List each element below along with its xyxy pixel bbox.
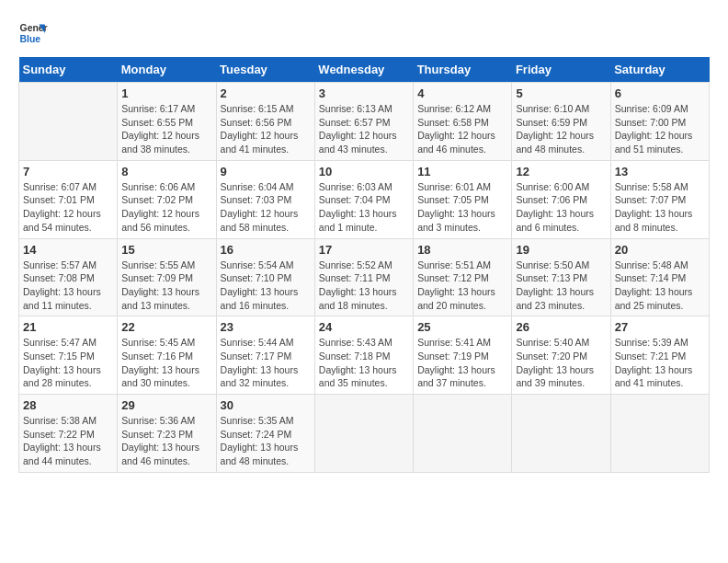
day-detail: Sunrise: 6:15 AMSunset: 6:56 PMDaylight:… [221,102,311,156]
day-number: 30 [221,398,311,412]
day-detail: Sunrise: 5:44 AMSunset: 7:17 PMDaylight:… [221,336,311,390]
day-number: 26 [516,320,606,334]
day-number: 1 [121,86,211,100]
day-number: 12 [516,165,606,178]
day-number: 5 [516,86,606,100]
calendar-day-cell: 13Sunrise: 5:58 AMSunset: 7:07 PMDayligh… [610,160,709,238]
day-number: 17 [319,243,409,257]
calendar-day-cell: 28Sunrise: 5:38 AMSunset: 7:22 PMDayligh… [19,395,118,473]
day-detail: Sunrise: 5:52 AMSunset: 7:11 PMDaylight:… [319,259,409,313]
calendar-table: SundayMondayTuesdayWednesdayThursdayFrid… [18,57,710,473]
calendar-day-cell: 23Sunrise: 5:44 AMSunset: 7:17 PMDayligh… [216,316,314,395]
calendar-day-cell [512,395,610,473]
calendar-day-cell: 11Sunrise: 6:01 AMSunset: 7:05 PMDayligh… [414,160,512,238]
day-detail: Sunrise: 6:01 AMSunset: 7:05 PMDaylight:… [417,180,507,235]
day-number: 11 [417,165,507,178]
calendar-day-cell: 10Sunrise: 6:03 AMSunset: 7:04 PMDayligh… [314,160,413,238]
day-detail: Sunrise: 6:12 AMSunset: 6:58 PMDaylight:… [417,102,507,156]
calendar-day-cell: 9Sunrise: 6:04 AMSunset: 7:03 PMDaylight… [216,160,314,238]
calendar-day-cell: 24Sunrise: 5:43 AMSunset: 7:18 PMDayligh… [314,316,413,395]
calendar-week-row: 21Sunrise: 5:47 AMSunset: 7:15 PMDayligh… [19,316,710,395]
calendar-day-header: Friday [512,57,610,83]
day-detail: Sunrise: 6:13 AMSunset: 6:57 PMDaylight:… [319,102,409,156]
day-number: 9 [221,165,311,178]
day-detail: Sunrise: 5:45 AMSunset: 7:16 PMDaylight:… [121,336,211,390]
calendar-day-cell [314,395,413,473]
calendar-day-cell: 16Sunrise: 5:54 AMSunset: 7:10 PMDayligh… [216,238,314,316]
day-detail: Sunrise: 6:03 AMSunset: 7:04 PMDaylight:… [319,180,409,235]
day-number: 6 [615,86,705,100]
calendar-day-cell: 5Sunrise: 6:10 AMSunset: 6:59 PMDaylight… [512,83,610,161]
calendar-day-cell: 12Sunrise: 6:00 AMSunset: 7:06 PMDayligh… [512,160,610,238]
calendar-day-header: Tuesday [216,57,314,83]
day-detail: Sunrise: 5:58 AMSunset: 7:07 PMDaylight:… [615,180,705,235]
calendar-day-cell: 22Sunrise: 5:45 AMSunset: 7:16 PMDayligh… [118,316,216,395]
calendar-day-cell: 30Sunrise: 5:35 AMSunset: 7:24 PMDayligh… [216,395,314,473]
day-number: 20 [615,243,705,257]
day-number: 16 [221,243,311,257]
day-number: 8 [121,165,211,178]
day-detail: Sunrise: 6:07 AMSunset: 7:01 PMDaylight:… [23,180,113,235]
svg-text:Blue: Blue [20,34,41,44]
day-number: 19 [516,243,606,257]
day-detail: Sunrise: 5:35 AMSunset: 7:24 PMDaylight:… [221,414,311,468]
calendar-day-cell: 6Sunrise: 6:09 AMSunset: 7:00 PMDaylight… [610,83,709,161]
day-detail: Sunrise: 5:36 AMSunset: 7:23 PMDaylight:… [121,414,211,468]
day-detail: Sunrise: 6:09 AMSunset: 7:00 PMDaylight:… [615,102,705,156]
calendar-day-cell [610,395,709,473]
calendar-day-cell: 29Sunrise: 5:36 AMSunset: 7:23 PMDayligh… [118,395,216,473]
calendar-header-row: SundayMondayTuesdayWednesdayThursdayFrid… [19,57,710,83]
calendar-week-row: 14Sunrise: 5:57 AMSunset: 7:08 PMDayligh… [19,238,710,316]
calendar-day-cell: 19Sunrise: 5:50 AMSunset: 7:13 PMDayligh… [512,238,610,316]
day-detail: Sunrise: 5:38 AMSunset: 7:22 PMDaylight:… [23,414,113,468]
day-detail: Sunrise: 5:54 AMSunset: 7:10 PMDaylight:… [221,259,311,313]
day-number: 24 [319,320,409,334]
day-number: 4 [417,86,507,100]
day-number: 25 [417,320,507,334]
calendar-day-cell: 4Sunrise: 6:12 AMSunset: 6:58 PMDaylight… [414,83,512,161]
calendar-day-cell: 14Sunrise: 5:57 AMSunset: 7:08 PMDayligh… [19,238,118,316]
day-number: 14 [23,243,113,257]
day-detail: Sunrise: 5:48 AMSunset: 7:14 PMDaylight:… [615,259,705,313]
calendar-day-header: Thursday [414,57,512,83]
calendar-day-cell: 7Sunrise: 6:07 AMSunset: 7:01 PMDaylight… [19,160,118,238]
day-detail: Sunrise: 5:50 AMSunset: 7:13 PMDaylight:… [516,259,606,313]
day-detail: Sunrise: 5:57 AMSunset: 7:08 PMDaylight:… [23,259,113,313]
calendar-day-cell: 3Sunrise: 6:13 AMSunset: 6:57 PMDaylight… [314,83,413,161]
day-number: 18 [417,243,507,257]
calendar-week-row: 28Sunrise: 5:38 AMSunset: 7:22 PMDayligh… [19,395,710,473]
day-detail: Sunrise: 5:40 AMSunset: 7:20 PMDaylight:… [516,336,606,390]
day-detail: Sunrise: 6:17 AMSunset: 6:55 PMDaylight:… [121,102,211,156]
day-number: 29 [121,398,211,412]
calendar-day-cell: 1Sunrise: 6:17 AMSunset: 6:55 PMDaylight… [118,83,216,161]
calendar-day-cell: 20Sunrise: 5:48 AMSunset: 7:14 PMDayligh… [610,238,709,316]
calendar-day-cell: 25Sunrise: 5:41 AMSunset: 7:19 PMDayligh… [414,316,512,395]
calendar-day-cell: 15Sunrise: 5:55 AMSunset: 7:09 PMDayligh… [118,238,216,316]
page-header: General Blue [18,18,710,48]
day-detail: Sunrise: 5:39 AMSunset: 7:21 PMDaylight:… [615,336,705,390]
day-number: 10 [319,165,409,178]
day-detail: Sunrise: 5:43 AMSunset: 7:18 PMDaylight:… [319,336,409,390]
calendar-week-row: 7Sunrise: 6:07 AMSunset: 7:01 PMDaylight… [19,160,710,238]
logo-icon: General Blue [18,18,48,48]
logo: General Blue [18,18,48,48]
day-number: 22 [121,320,211,334]
day-detail: Sunrise: 6:10 AMSunset: 6:59 PMDaylight:… [516,102,606,156]
day-detail: Sunrise: 5:55 AMSunset: 7:09 PMDaylight:… [121,259,211,313]
calendar-day-cell: 8Sunrise: 6:06 AMSunset: 7:02 PMDaylight… [118,160,216,238]
calendar-day-header: Monday [118,57,216,83]
day-detail: Sunrise: 6:04 AMSunset: 7:03 PMDaylight:… [221,180,311,235]
day-detail: Sunrise: 5:51 AMSunset: 7:12 PMDaylight:… [417,259,507,313]
calendar-day-cell [19,83,118,161]
day-number: 7 [23,165,113,178]
calendar-day-header: Sunday [19,57,118,83]
calendar-day-cell: 21Sunrise: 5:47 AMSunset: 7:15 PMDayligh… [19,316,118,395]
day-number: 27 [615,320,705,334]
day-number: 13 [615,165,705,178]
day-number: 21 [23,320,113,334]
calendar-day-cell: 27Sunrise: 5:39 AMSunset: 7:21 PMDayligh… [610,316,709,395]
calendar-day-header: Saturday [610,57,709,83]
calendar-week-row: 1Sunrise: 6:17 AMSunset: 6:55 PMDaylight… [19,83,710,161]
calendar-day-cell: 2Sunrise: 6:15 AMSunset: 6:56 PMDaylight… [216,83,314,161]
day-detail: Sunrise: 6:06 AMSunset: 7:02 PMDaylight:… [121,180,211,235]
